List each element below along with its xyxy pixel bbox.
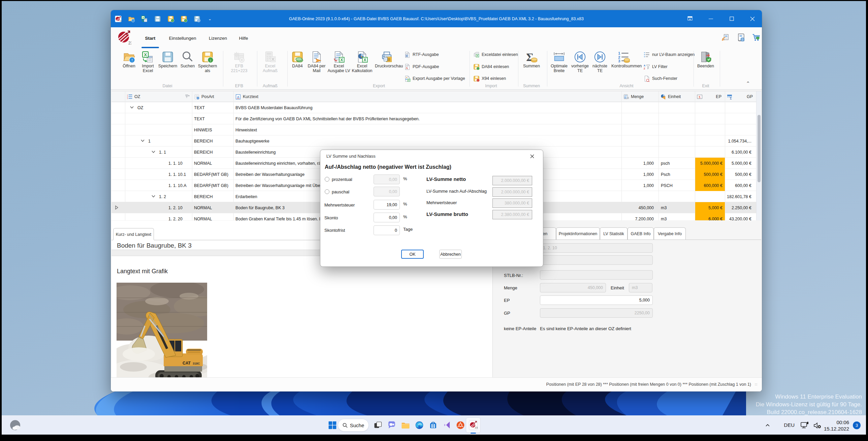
column-header-einheit[interactable]: Einheit xyxy=(658,91,695,102)
ribbon-button-kontrollsummen[interactable]: 123Kontrollsummen xyxy=(611,50,636,83)
svg-text:↓: ↓ xyxy=(210,58,212,62)
ribbon-button-excel-kalkulation[interactable]: XExcelKalkulation xyxy=(350,50,375,83)
chat-icon[interactable] xyxy=(385,419,398,432)
floppy-saveas-icon: ↓ xyxy=(202,51,214,63)
ribbon-button-druckvorschau[interactable]: Druckvorschau xyxy=(375,50,400,83)
folder-open-icon[interactable]: ↑ xyxy=(128,16,135,22)
table-row[interactable]: HINWEISHinweistext xyxy=(112,124,756,136)
ribbon-button-da84-einlesen[interactable]: ↑DA84 einlesen xyxy=(473,63,509,71)
store-icon[interactable] xyxy=(427,419,439,432)
cancel-button[interactable]: Abbrechen xyxy=(439,249,462,259)
expand-chevron-icon[interactable] xyxy=(129,105,134,111)
cart-icon[interactable] xyxy=(751,33,762,43)
taskview-icon[interactable] xyxy=(372,419,384,432)
wallpaper-bloom xyxy=(81,388,746,415)
ribbon-button-pdf-ausgabe[interactable]: APDF-Ausgabe xyxy=(404,63,439,71)
svg-text:Σ: Σ xyxy=(730,97,732,99)
column-header-gp[interactable]: ΣGP xyxy=(725,91,756,102)
tab-hilfe[interactable]: Hilfe xyxy=(223,27,264,49)
expand-chevron-icon[interactable] xyxy=(151,149,156,155)
search-pill[interactable]: Suche xyxy=(338,419,369,432)
ribbon-button-exceldatei-einlesen[interactable]: XExceldatei einlesen xyxy=(473,51,518,59)
ribbon-button-excel-ausgabe-lv[interactable]: XExcelAusgabe LV xyxy=(327,50,351,83)
column-header-menge[interactable]: Menge xyxy=(621,91,658,102)
radio-prozentual[interactable] xyxy=(325,177,330,182)
ribbon-button-speichern-als[interactable]: ↓Speichernals xyxy=(195,50,220,83)
maximize-button[interactable] xyxy=(721,10,742,27)
pin-button[interactable] xyxy=(679,10,700,27)
ribbon-button-export-ausgabe-per-vorlage[interactable]: #XExport Ausgabe per Vorlage xyxy=(404,75,465,83)
expand-chevron-icon[interactable] xyxy=(140,138,145,144)
ribbon-button-beenden[interactable]: Beenden xyxy=(693,50,718,83)
expand-chevron-icon[interactable] xyxy=(151,194,156,200)
tray-chevron-icon[interactable] xyxy=(765,423,770,428)
table-row[interactable]: OZTEXTBVBS GAEB Musterdatei Bauausführun… xyxy=(112,102,756,113)
tab-projektinformationen[interactable]: Projektinformationen xyxy=(556,227,600,239)
svg-text:↑: ↑ xyxy=(477,79,478,81)
skontofrist-input[interactable]: 0 xyxy=(374,225,400,235)
ribbon-button-n-chste-te[interactable]: nächsteTE xyxy=(587,50,612,83)
network-icon[interactable] xyxy=(801,422,809,429)
floppy-green-icon[interactable]: ↑ xyxy=(181,16,187,22)
sort-icon[interactable] xyxy=(185,94,190,99)
tab-gaeb-info[interactable]: GAEB Info xyxy=(627,227,654,239)
book-globe-icon[interactable] xyxy=(736,33,746,43)
language-indicator[interactable]: DEU xyxy=(784,422,795,428)
explorer-icon[interactable] xyxy=(399,419,412,432)
ribbon-button-lv-filter[interactable]: AZLV Filter xyxy=(644,63,668,71)
skonto-input[interactable]: 0,00 xyxy=(374,213,400,222)
column-header-kurztext[interactable]: AKurztext xyxy=(234,91,621,102)
scrollbar-thumb[interactable] xyxy=(757,115,761,182)
news-doc-icon[interactable] xyxy=(721,33,731,43)
cell-oz: 1. 1. 10.1 xyxy=(168,169,192,180)
ribbon-button-rtf-ausgabe[interactable]: WRTF-Ausgabe xyxy=(404,51,439,59)
ribbon-button-x94-einlesen[interactable]: ↑X94 einlesen xyxy=(473,75,506,83)
vscode-icon[interactable] xyxy=(440,419,453,432)
app-logo[interactable]: 23 xyxy=(117,30,131,47)
ubuntu-icon[interactable] xyxy=(454,419,467,432)
app-logo-icon[interactable]: 23 xyxy=(115,16,122,22)
volume-muted-icon[interactable] xyxy=(813,422,822,429)
edge-icon[interactable] xyxy=(413,419,426,432)
floppy-blue-icon[interactable] xyxy=(154,16,161,22)
table-row[interactable]: TEXTFür die Zertifizierung von GAEB DA X… xyxy=(112,113,756,124)
start-button[interactable] xyxy=(326,419,339,432)
clock[interactable]: 00:0615.12.2022 xyxy=(824,419,849,432)
prozentual-input[interactable]: 0,00 xyxy=(374,175,400,184)
notification-badge[interactable]: 3 xyxy=(853,421,861,429)
ribbon-button-such-fenster[interactable]: Such-Fenster xyxy=(644,75,677,83)
mwst-input[interactable]: 19,00 xyxy=(374,200,400,210)
column-header-posart[interactable]: PosArt xyxy=(192,91,234,102)
tab-lv-statistik[interactable]: LV Statistik xyxy=(600,227,627,239)
floppy-globe-icon[interactable] xyxy=(194,16,200,22)
qat-chevron-icon[interactable]: ⌄ xyxy=(208,17,212,21)
ribbon-button-summen[interactable]: ΣSummen xyxy=(519,50,544,83)
ep-input[interactable]: 5,000 xyxy=(540,295,653,305)
radio-pauschal[interactable] xyxy=(325,189,330,194)
table-row[interactable]: 1BEREICHBauhauptgewerke1.054.734,... xyxy=(112,136,756,147)
floppy-saveas-icon[interactable]: ↓ xyxy=(167,16,174,22)
column-header-ep[interactable]: ΣEP xyxy=(695,91,725,102)
ribbon-button-nur-lv-baum-anzeigen[interactable]: nur LV-Baum anzeigen xyxy=(644,51,694,59)
tab-kurz-und-langtext[interactable]: Kurz- und Langtext xyxy=(113,228,154,240)
minimize-button[interactable] xyxy=(700,10,721,27)
sum-nach-label: LV-Summe nach Auf-/Abschlag xyxy=(427,189,487,194)
pauschal-input[interactable]: 0,00 xyxy=(374,187,400,197)
doc-rtf-icon: W xyxy=(404,52,411,58)
ribbon-button-da84-per-mail[interactable]: DA84 perMail xyxy=(304,50,329,83)
ok-button[interactable]: OK xyxy=(401,249,424,259)
sum-brutto-value: 2.380.000,00 € xyxy=(492,210,532,219)
column-header-oz[interactable]: 123OZ xyxy=(125,91,192,102)
dialog-close-icon[interactable] xyxy=(529,153,535,159)
weather-widget[interactable] xyxy=(8,418,23,433)
gaeb-taskbar-button[interactable]: 23 xyxy=(466,417,480,433)
cell-einheit: m3 xyxy=(661,202,694,213)
ribbon-collapse-chevron[interactable]: ⌃ xyxy=(746,81,750,87)
resize-grip[interactable]: ∷ xyxy=(755,382,758,387)
grid-scrollbar[interactable] xyxy=(756,91,761,220)
tab-vergabe-info[interactable]: Vergabe Info xyxy=(654,227,686,239)
cell-kurztext: Hinweistext xyxy=(236,124,619,136)
tab-einstellungen[interactable]: Einstellungen xyxy=(162,27,203,49)
excel-import-icon[interactable]: X xyxy=(141,16,148,22)
close-button[interactable] xyxy=(742,10,762,27)
